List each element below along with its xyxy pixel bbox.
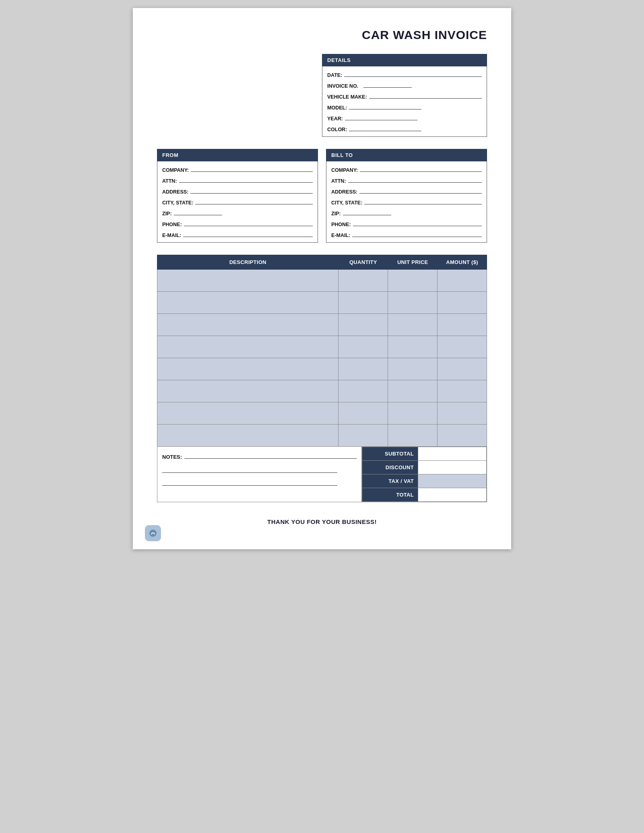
from-address-input[interactable] <box>190 187 313 194</box>
qty-cell[interactable] <box>339 402 388 425</box>
from-phone-field: PHONE: <box>162 220 313 227</box>
from-email-field: E-MAIL: <box>162 231 313 238</box>
from-section: FROM COMPANY: ATTN: ADDRESS: CITY, STATE… <box>157 149 318 243</box>
billto-phone-input[interactable] <box>353 220 482 226</box>
amount-col-header: AMOUNT ($) <box>438 255 487 270</box>
billto-zip-label: ZIP: <box>331 211 341 216</box>
billto-company-input[interactable] <box>360 165 482 172</box>
billto-attn-label: ATTN: <box>331 178 346 184</box>
year-field: YEAR: <box>327 114 482 122</box>
amount-cell[interactable] <box>438 270 487 292</box>
billto-content: COMPANY: ATTN: ADDRESS: CITY, STATE: ZIP… <box>326 161 487 243</box>
discount-value[interactable] <box>418 461 487 474</box>
table-row[interactable] <box>157 314 487 336</box>
billto-address-input[interactable] <box>359 187 482 194</box>
billto-phone-field: PHONE: <box>331 220 482 227</box>
color-input-line[interactable] <box>349 125 421 131</box>
from-attn-input[interactable] <box>179 176 313 183</box>
from-zip-label: ZIP: <box>162 211 172 216</box>
date-input-line[interactable] <box>344 70 482 77</box>
table-row[interactable] <box>157 292 487 314</box>
total-value[interactable] <box>418 488 487 502</box>
thank-you-text: THANK YOU FOR YOUR BUSINESS! <box>157 518 487 525</box>
billto-attn-input[interactable] <box>348 176 482 183</box>
vehicle-make-input-line[interactable] <box>369 92 482 99</box>
total-row: TOTAL <box>362 488 487 502</box>
table-row[interactable] <box>157 358 487 380</box>
subtotal-value[interactable] <box>418 447 487 461</box>
bottom-row: NOTES: SUBTOTAL DISCOUNT <box>157 447 487 502</box>
price-cell[interactable] <box>388 336 438 358</box>
price-cell[interactable] <box>388 314 438 336</box>
from-zip-input[interactable] <box>174 209 222 215</box>
from-email-input[interactable] <box>183 231 313 237</box>
from-address-label: ADDRESS: <box>162 189 188 195</box>
app-icon-svg <box>148 528 158 538</box>
items-table-wrapper: DESCRIPTION QUANTITY UNIT PRICE AMOUNT (… <box>157 255 487 502</box>
billto-city-state-label: CITY, STATE: <box>331 200 362 206</box>
from-content: COMPANY: ATTN: ADDRESS: CITY, STATE: ZIP… <box>157 161 318 243</box>
year-label: YEAR: <box>327 116 343 122</box>
desc-cell[interactable] <box>157 270 339 292</box>
table-row[interactable] <box>157 270 487 292</box>
model-field: MODEL: <box>327 103 482 111</box>
subtotal-row: SUBTOTAL <box>362 447 487 461</box>
table-row[interactable] <box>157 336 487 358</box>
tax-label: TAX / VAT <box>362 474 418 488</box>
from-city-state-input[interactable] <box>195 198 313 204</box>
table-row[interactable] <box>157 402 487 425</box>
from-city-state-label: CITY, STATE: <box>162 200 193 206</box>
price-cell[interactable] <box>388 358 438 380</box>
price-cell[interactable] <box>388 292 438 314</box>
year-input-line[interactable] <box>345 114 417 120</box>
amount-cell[interactable] <box>438 380 487 402</box>
details-section: DETAILS DATE: INVOICE NO. VEHICLE MAKE: … <box>322 54 487 137</box>
from-billto-section: FROM COMPANY: ATTN: ADDRESS: CITY, STATE… <box>157 149 487 243</box>
price-cell[interactable] <box>388 402 438 425</box>
model-input-line[interactable] <box>349 103 421 109</box>
notes-line-2[interactable] <box>162 466 337 473</box>
billto-city-state-field: CITY, STATE: <box>331 198 482 206</box>
notes-line-3[interactable] <box>162 479 337 486</box>
price-cell[interactable] <box>388 270 438 292</box>
amount-cell[interactable] <box>438 425 487 447</box>
desc-cell[interactable] <box>157 380 339 402</box>
from-phone-input[interactable] <box>184 220 313 226</box>
billto-city-state-input[interactable] <box>364 198 482 204</box>
billto-email-input[interactable] <box>352 231 482 237</box>
qty-cell[interactable] <box>339 380 388 402</box>
amount-cell[interactable] <box>438 292 487 314</box>
qty-cell[interactable] <box>339 358 388 380</box>
table-row[interactable] <box>157 425 487 447</box>
details-header: DETAILS <box>322 54 487 66</box>
billto-zip-input[interactable] <box>343 209 391 215</box>
amount-cell[interactable] <box>438 402 487 425</box>
qty-cell[interactable] <box>339 336 388 358</box>
billto-attn-field: ATTN: <box>331 176 482 184</box>
amount-cell[interactable] <box>438 358 487 380</box>
qty-cell[interactable] <box>339 425 388 447</box>
qty-cell[interactable] <box>339 270 388 292</box>
desc-cell[interactable] <box>157 336 339 358</box>
billto-address-label: ADDRESS: <box>331 189 357 195</box>
items-table: DESCRIPTION QUANTITY UNIT PRICE AMOUNT (… <box>157 255 487 447</box>
desc-cell[interactable] <box>157 402 339 425</box>
table-row[interactable] <box>157 380 487 402</box>
qty-cell[interactable] <box>339 314 388 336</box>
desc-cell[interactable] <box>157 292 339 314</box>
from-company-input[interactable] <box>191 165 313 172</box>
tax-value[interactable] <box>418 474 487 488</box>
desc-cell[interactable] <box>157 314 339 336</box>
qty-cell[interactable] <box>339 292 388 314</box>
amount-cell[interactable] <box>438 336 487 358</box>
app-icon <box>145 525 161 541</box>
price-cell[interactable] <box>388 425 438 447</box>
vehicle-make-label: VEHICLE MAKE: <box>327 94 367 100</box>
desc-cell[interactable] <box>157 358 339 380</box>
desc-cell[interactable] <box>157 425 339 447</box>
price-cell[interactable] <box>388 380 438 402</box>
notes-line-1[interactable] <box>184 452 357 459</box>
color-label: COLOR: <box>327 127 347 132</box>
amount-cell[interactable] <box>438 314 487 336</box>
invoice-no-input-line[interactable] <box>363 81 412 88</box>
